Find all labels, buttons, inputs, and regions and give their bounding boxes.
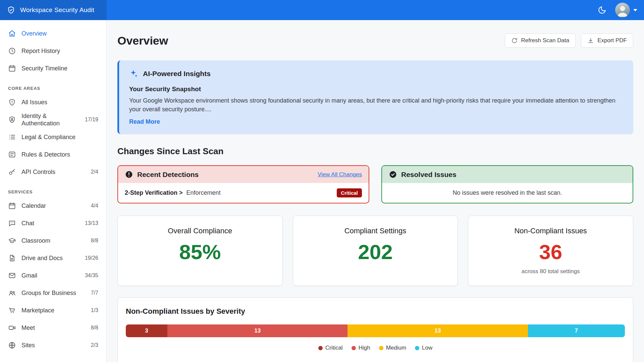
severity-segment-high: 13 [167, 324, 347, 337]
refresh-scan-button[interactable]: Refresh Scan Data [505, 34, 576, 48]
sidebar-item-count: 1/3 [91, 307, 98, 313]
sidebar-item-groups[interactable]: Groups for Business 7/7 [0, 284, 106, 302]
sidebar-item-label: Security Timeline [21, 65, 98, 72]
sidebar-item-legal-compliance[interactable]: Legal & Compliance [0, 128, 106, 146]
shield-alert-icon [8, 98, 16, 106]
export-pdf-label: Export PDF [597, 37, 627, 44]
calendar-icon [8, 202, 16, 210]
sidebar-item-count: 8/8 [91, 238, 98, 244]
sparkle-icon [129, 69, 138, 78]
legend-dot-critical [318, 346, 323, 350]
stat-subtitle: across 80 total settings [476, 268, 625, 275]
alert-circle-icon [125, 170, 133, 179]
sidebar-item-label: All Issues [21, 99, 98, 106]
shopping-cart-icon [8, 306, 16, 314]
header-right [598, 0, 644, 20]
document-icon [8, 254, 16, 262]
sidebar-item-label: Identity & Authentication [21, 112, 79, 127]
stat-title: Compliant Settings [301, 227, 450, 235]
severity-chart-card: Non-Compliant Issues by Severity 313137 … [117, 297, 633, 362]
sidebar-item-chat[interactable]: Chat 13/13 [0, 215, 106, 232]
download-icon [587, 37, 594, 44]
sidebar-item-count: 19/26 [85, 255, 98, 261]
export-pdf-button[interactable]: Export PDF [581, 34, 633, 48]
sidebar-item-api-controls[interactable]: API Controls 2/4 [0, 163, 106, 181]
ai-insights-header: AI-Powered Insights [129, 69, 623, 78]
severity-bar: 313137 [126, 324, 625, 337]
list-icon [8, 133, 16, 141]
stat-value: 202 [301, 241, 450, 263]
detection-label: 2-Step Verification > Enforcement [125, 189, 221, 196]
resolved-issues-header: Resolved Issues [382, 166, 633, 183]
sidebar-item-identity-authentication[interactable]: Identity & Authentication 17/19 [0, 111, 106, 128]
severity-legend: CriticalHighMediumLow [126, 345, 625, 351]
sidebar-item-meet[interactable]: Meet 8/8 [0, 319, 106, 337]
legend-item-high: High [352, 345, 370, 351]
legend-dot-low [415, 346, 419, 350]
ai-insights-subtitle: Your Security Snapshot [129, 85, 623, 93]
sidebar-item-label: Rules & Detectors [21, 151, 98, 159]
sidebar-item-overview[interactable]: Overview [0, 25, 106, 42]
view-all-changes-link[interactable]: View All Changes [318, 171, 362, 178]
sidebar-item-rules-detectors[interactable]: Rules & Detectors [0, 146, 106, 163]
sidebar-item-drive-docs[interactable]: Drive and Docs 19/26 [0, 249, 106, 267]
key-icon [8, 168, 16, 176]
ai-insights-card: AI-Powered Insights Your Security Snapsh… [117, 60, 633, 134]
stat-title: Overall Compliance [126, 227, 274, 235]
sidebar-item-gmail[interactable]: Gmail 34/35 [0, 267, 106, 284]
recent-detections-card: Recent Detections View All Changes 2-Ste… [117, 165, 369, 203]
stat-value: 85% [126, 241, 274, 263]
sidebar-item-label: Marketplace [21, 307, 86, 314]
user-menu[interactable] [615, 3, 637, 17]
stat-value: 36 [476, 241, 625, 263]
stat-card-overall-compliance: Overall Compliance 85% [117, 216, 283, 286]
main-content: Overview Refresh Scan Data Export PDF AI… [107, 20, 644, 362]
sidebar-item-count: 34/35 [85, 273, 98, 279]
critical-severity-badge: Critical [337, 188, 362, 197]
sidebar-item-marketplace[interactable]: Marketplace 1/3 [0, 302, 106, 319]
stat-card-compliant-settings: Compliant Settings 202 [293, 216, 458, 286]
user-silhouette-icon [615, 3, 630, 17]
refresh-icon [511, 37, 518, 44]
legend-dot-high [352, 346, 356, 350]
sidebar-item-classroom[interactable]: Classroom 8/8 [0, 232, 106, 249]
app-brand: Workspace Security Audit [0, 0, 107, 20]
sidebar-item-label: Meet [21, 324, 86, 332]
app-title: Workspace Security Audit [20, 6, 94, 14]
sidebar-item-sites[interactable]: Sites 2/3 [0, 337, 106, 354]
avatar[interactable] [615, 3, 630, 17]
calendar-icon [8, 64, 16, 72]
sidebar-item-label: Classroom [21, 237, 86, 245]
sidebar-item-count: 4/4 [91, 203, 98, 209]
recent-detections-header: Recent Detections View All Changes [118, 166, 369, 183]
detection-value: Enforcement [186, 189, 221, 196]
ai-insights-body: Your Google Workspace environment shows … [129, 96, 623, 114]
page-title: Overview [117, 34, 168, 47]
sidebar-item-label: Gmail [21, 272, 79, 280]
chat-bubble-icon [8, 219, 16, 227]
sidebar-item-report-history[interactable]: Report History [0, 42, 106, 60]
sidebar-item-count: 7/7 [91, 290, 98, 296]
people-icon [8, 289, 16, 297]
read-more-link[interactable]: Read More [129, 118, 160, 125]
detection-setting: 2-Step Verification > [125, 189, 183, 196]
sidebar-item-calendar[interactable]: Calendar 4/4 [0, 197, 106, 215]
severity-segment-low: 7 [528, 324, 625, 337]
sidebar-item-label: Sites [21, 342, 86, 349]
refresh-scan-label: Refresh Scan Data [521, 37, 570, 44]
detection-row[interactable]: 2-Step Verification > Enforcement Critic… [118, 183, 369, 203]
changes-row: Recent Detections View All Changes 2-Ste… [117, 165, 633, 203]
chevron-down-icon[interactable] [633, 9, 637, 11]
stat-card-non-compliant-issues: Non-Compliant Issues 36 across 80 total … [468, 216, 633, 286]
sidebar-item-label: Chat [21, 220, 79, 227]
shield-logo-icon [7, 6, 15, 14]
dark-mode-toggle[interactable] [598, 6, 606, 14]
check-circle-icon [389, 170, 397, 179]
video-camera-icon [8, 324, 16, 332]
rules-card-icon [8, 150, 16, 159]
sidebar-item-all-issues[interactable]: All Issues [0, 94, 106, 111]
sidebar-item-label: Drive and Docs [21, 254, 79, 262]
sidebar-item-security-timeline[interactable]: Security Timeline [0, 60, 106, 77]
sidebar-item-label: Overview [21, 30, 98, 38]
severity-segment-medium: 13 [347, 324, 528, 337]
